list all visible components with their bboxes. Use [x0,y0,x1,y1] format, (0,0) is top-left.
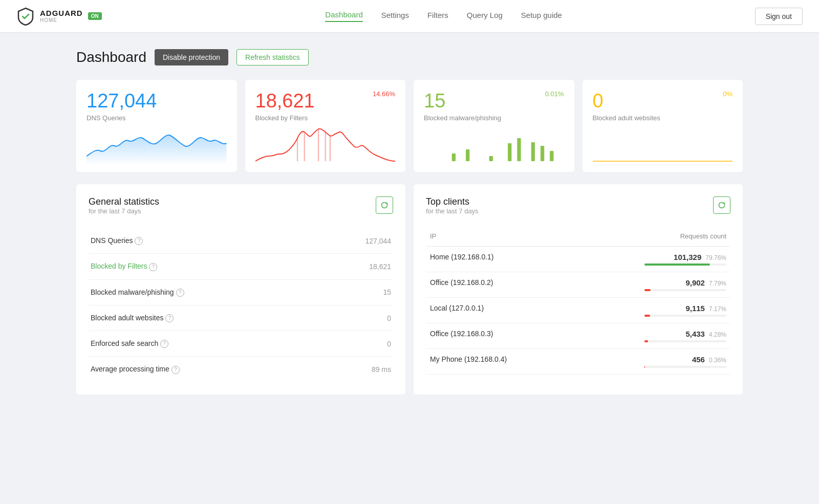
client-table-row: Office (192.168.0.3)5,4334.28% [426,323,730,349]
general-stats-title: General statistics [89,196,159,207]
svg-rect-12 [550,151,553,161]
clients-table: IP Requests count Home (192.168.0.1)101,… [426,228,730,375]
stat-row-label: Blocked adult websites? [89,305,321,331]
client-table-row: Home (192.168.0.1)101,32979.76% [426,247,730,272]
client-name: Office (192.168.0.2) [426,272,574,298]
svg-rect-11 [541,146,544,161]
stat-table-row: Average processing time?89 ms [89,357,393,382]
brand-sub: HOME [40,17,83,23]
brand-name: ADGUARD [40,9,83,18]
client-table-row: My Phone (192.168.0.4)4560.36% [426,349,730,375]
dns-queries-label: DNS Queries [87,114,227,122]
refresh-icon [380,201,389,209]
nav-filters[interactable]: Filters [427,11,448,21]
svg-rect-8 [508,143,511,161]
col-requests: Requests count [574,228,730,247]
help-icon[interactable]: ? [160,340,168,348]
svg-rect-9 [517,138,521,161]
stat-row-label: Blocked malware/phishing? [89,279,321,305]
client-requests: 9,9027.79% [574,272,730,298]
client-bar-fill [644,264,710,266]
general-stats-subtitle: for the last 7 days [89,207,159,215]
general-stats-refresh-button[interactable] [376,196,393,214]
client-count: 456 [692,355,705,364]
client-percent: 0.36% [709,357,726,364]
stat-card-blocked-malware: 15 0.01% Blocked malware/phishing [414,80,574,172]
stat-row-label: Blocked by Filters? [89,254,321,279]
bottom-panels: General statistics for the last 7 days D… [76,184,743,395]
stat-row-value: 0 [321,331,393,357]
client-bar-background [644,366,726,368]
general-stats-table: DNS Queries?127,044Blocked by Filters?18… [89,228,393,382]
client-requests: 9,1157.17% [574,298,730,323]
stat-table-row: Enforced safe search?0 [89,331,393,357]
blocked-filters-percent: 14.66% [373,90,395,98]
nav-links: Dashboard Settings Filters Query Log Set… [133,10,755,22]
col-ip: IP [426,228,574,247]
svg-rect-6 [466,149,469,161]
blocked-filters-chart [255,128,396,172]
protection-status-badge: ON [88,12,102,20]
general-stats-panel: General statistics for the last 7 days D… [76,184,405,395]
stat-card-dns: 127,044 DNS Queries [76,80,237,172]
help-icon[interactable]: ? [171,366,180,374]
stat-card-blocked-filters: 18,621 14.66% Blocked by Filters [245,80,406,172]
client-bar-background [644,289,726,291]
client-table-row: Local (127.0.0.1)9,1157.17% [426,298,730,323]
client-name: Office (192.168.0.3) [426,323,574,349]
client-bar-fill [644,289,651,291]
client-name: Local (127.0.0.1) [426,298,574,323]
stat-table-row: DNS Queries?127,044 [89,228,393,254]
client-requests: 5,4334.28% [574,323,730,349]
client-bar-background [644,264,726,266]
disable-protection-button[interactable]: Disable protection [155,49,228,65]
client-bar-fill [644,315,650,317]
client-percent: 79.76% [705,254,726,261]
signout-button[interactable]: Sign out [755,8,803,25]
brand: ADGUARD HOME ON [16,7,102,26]
dns-queries-number: 127,044 [87,90,157,112]
top-clients-refresh-button[interactable] [713,196,730,214]
client-table-row: Office (192.168.0.2)9,9027.79% [426,272,730,298]
blocked-adult-number: 0 [593,90,604,112]
svg-rect-10 [531,142,535,161]
blocked-malware-number: 15 [424,90,445,112]
stat-row-label-link[interactable]: Blocked by Filters [91,262,147,270]
nav-dashboard[interactable]: Dashboard [325,10,362,22]
stat-card-blocked-adult: 0 0% Blocked adult websites [583,80,743,172]
blocked-malware-chart [424,128,564,172]
help-icon[interactable]: ? [176,289,184,297]
client-name: My Phone (192.168.0.4) [426,349,574,375]
blocked-filters-label: Blocked by Filters [255,114,396,122]
stat-row-label: DNS Queries? [89,228,321,254]
refresh-icon [718,201,726,209]
blocked-malware-label: Blocked malware/phishing [424,114,564,122]
stat-row-value: 127,044 [321,228,393,254]
stat-table-row: Blocked malware/phishing?15 [89,279,393,305]
help-icon[interactable]: ? [149,263,157,271]
help-icon[interactable]: ? [135,237,143,245]
client-count: 101,329 [674,253,701,261]
client-count: 9,115 [685,304,705,313]
nav-querylog[interactable]: Query Log [467,11,503,21]
client-percent: 7.17% [709,305,726,313]
help-icon[interactable]: ? [165,314,174,322]
client-count: 9,902 [685,278,705,287]
nav-setupguide[interactable]: Setup guide [521,11,562,21]
svg-rect-7 [489,156,493,161]
client-name: Home (192.168.0.1) [426,247,574,272]
client-percent: 4.28% [709,331,726,338]
client-requests: 101,32979.76% [574,247,730,272]
nav-settings[interactable]: Settings [381,11,409,21]
stat-table-row: Blocked adult websites?0 [89,305,393,331]
page-title: Dashboard [76,49,146,65]
client-bar-fill [644,340,648,342]
client-bar-background [644,315,726,317]
stat-row-label: Enforced safe search? [89,331,321,357]
svg-rect-5 [452,154,456,161]
blocked-adult-label: Blocked adult websites [593,114,733,122]
client-requests: 4560.36% [574,349,730,375]
refresh-statistics-button[interactable]: Refresh statistics [236,49,309,65]
client-count: 5,433 [685,330,705,338]
stat-row-value: 89 ms [321,357,393,382]
